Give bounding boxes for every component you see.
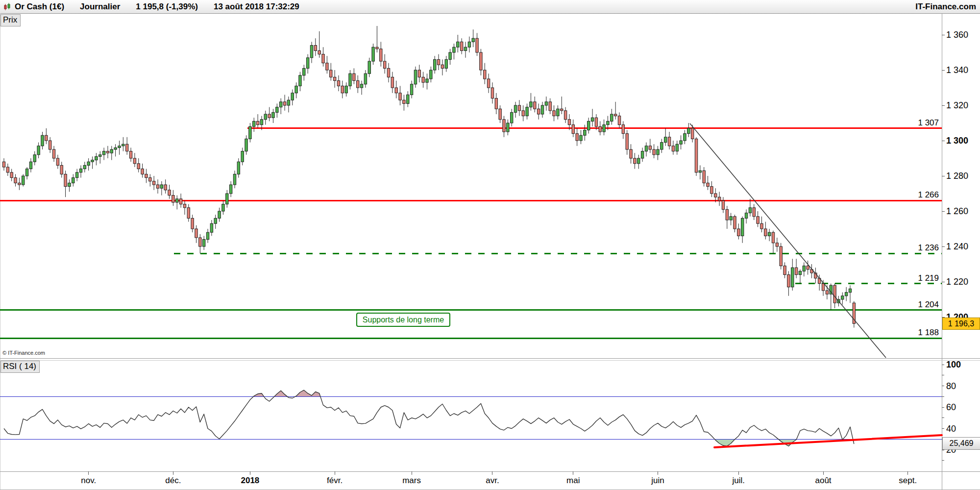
candle-body-up: [426, 79, 428, 82]
candle: [322, 47, 324, 67]
candle: [468, 37, 470, 52]
candle-body-down: [14, 178, 17, 183]
candle-body-down: [137, 164, 140, 169]
candle-body-down: [60, 165, 63, 174]
candle: [360, 81, 363, 95]
candle-body-down: [49, 141, 51, 149]
candle-body-down: [168, 190, 171, 196]
candle-body-up: [637, 158, 640, 164]
candle: [441, 59, 443, 75]
supports-annotation[interactable]: Supports de long terme: [356, 313, 450, 327]
candle-body-down: [199, 238, 201, 246]
candle: [306, 54, 309, 74]
downtrend-line: [690, 123, 886, 358]
candle-body-down: [149, 178, 151, 181]
candle: [22, 174, 24, 186]
candle: [241, 147, 244, 165]
rsi-axis-label: 100: [946, 360, 961, 369]
candle: [445, 56, 447, 72]
candle-body-up: [803, 266, 805, 271]
candle: [372, 44, 374, 65]
candle: [503, 116, 505, 137]
candle-body-up: [661, 143, 663, 149]
candle-body-up: [526, 107, 528, 116]
candle: [753, 204, 755, 220]
candle: [476, 33, 478, 56]
candle: [403, 95, 405, 110]
candle-body-down: [807, 266, 809, 270]
candle: [87, 158, 90, 171]
candle: [418, 65, 420, 82]
candle: [118, 141, 121, 155]
month-label: mars: [402, 476, 421, 485]
candle: [430, 67, 432, 82]
candle: [661, 139, 663, 153]
candle: [276, 103, 278, 118]
level-label: 1 266: [918, 190, 939, 199]
candle: [491, 82, 493, 103]
month-label: nov.: [81, 476, 96, 485]
candle-body-down: [187, 208, 190, 219]
candle-body-up: [580, 135, 582, 141]
candle-body-down: [760, 223, 763, 229]
candle: [206, 229, 209, 243]
price-panel-label[interactable]: Prix: [0, 14, 21, 26]
candle: [645, 143, 647, 157]
candle: [264, 111, 267, 125]
candle: [179, 194, 182, 208]
candle-body-up: [584, 130, 586, 135]
candle: [760, 217, 763, 232]
candle-body-up: [445, 59, 447, 68]
candle: [537, 103, 539, 119]
candle-body-up: [664, 137, 667, 143]
candle-body-up: [603, 125, 605, 132]
candle: [680, 135, 682, 149]
candle: [522, 105, 524, 121]
candle: [280, 98, 282, 114]
candle: [45, 128, 48, 144]
candle-body-down: [133, 158, 136, 164]
candle: [464, 42, 466, 57]
candle: [722, 197, 724, 213]
candle-body-up: [249, 126, 251, 139]
candle-body-up: [434, 59, 436, 70]
chart-canvas[interactable]: 1 3071 2661 2361 2191 2041 1881 2001 220…: [0, 0, 980, 490]
candle-body-down: [503, 120, 505, 132]
candle: [672, 141, 674, 155]
candle: [168, 185, 171, 199]
candle: [514, 102, 516, 118]
candle: [79, 165, 82, 177]
candle-body-up: [203, 240, 205, 246]
candle: [102, 147, 105, 160]
rsi-panel-label[interactable]: RSI ( 14): [0, 361, 40, 373]
candle: [426, 74, 428, 89]
candle: [580, 130, 582, 144]
candle-body-up: [91, 160, 94, 162]
candle-body-down: [626, 134, 628, 149]
candle: [480, 49, 482, 75]
candle: [764, 222, 767, 240]
candle-body-down: [595, 118, 597, 126]
candle: [710, 181, 713, 197]
price-axis-label: 1 260: [946, 206, 968, 216]
candle: [199, 234, 201, 254]
candle-body-down: [622, 125, 624, 134]
candle-body-up: [95, 156, 98, 160]
candle-body-down: [314, 46, 317, 51]
candle: [95, 153, 98, 165]
candle: [91, 156, 94, 169]
candle-body-up: [22, 176, 24, 185]
candle: [268, 107, 270, 122]
candle-body-up: [303, 68, 305, 75]
candle: [561, 97, 563, 114]
candle: [453, 44, 455, 59]
rsi-axis-label: 40: [946, 424, 956, 434]
candle-body-up: [791, 268, 794, 287]
candle: [126, 137, 128, 155]
candle: [687, 123, 690, 137]
candle: [784, 262, 786, 278]
candle: [253, 118, 255, 132]
candle: [603, 120, 605, 135]
candle: [345, 82, 347, 97]
candle-body-up: [507, 123, 509, 132]
